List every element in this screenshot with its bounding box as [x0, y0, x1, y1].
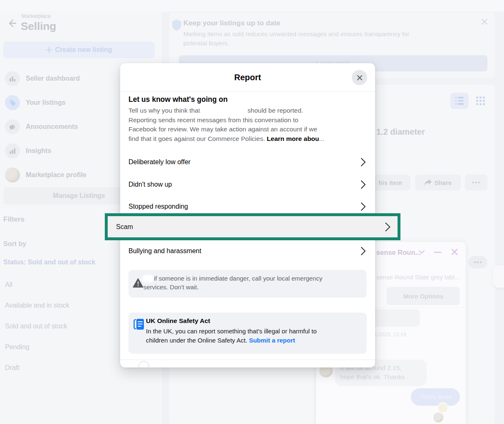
status-option-available[interactable]: Available and in stock: [5, 302, 69, 309]
chevron-right-icon: [385, 222, 391, 232]
thumbs-up-reaction: [437, 402, 448, 413]
report-option-label: Stopped responding: [128, 203, 188, 210]
report-option-stopped-responding[interactable]: Stopped responding: [128, 201, 368, 212]
list-view-icon: [455, 97, 464, 105]
page-top-strip: [0, 0, 504, 12]
megaphone-icon: [9, 124, 16, 130]
modal-heading: Let us know what's going on: [128, 95, 227, 104]
more-dots-icon: [472, 182, 480, 183]
sidebar-item-label: Insights: [26, 147, 51, 155]
description-line: Tell us why you think thatshould be repo…: [128, 106, 369, 116]
plus-icon: [46, 47, 52, 53]
document-icon: [133, 318, 145, 330]
more-options-button[interactable]: More Options: [387, 287, 460, 305]
modal-footer-divider: [120, 360, 375, 360]
report-option-didnt-show-up[interactable]: Didn't show up: [128, 179, 368, 190]
chart-icon: [9, 75, 16, 82]
warning-line: services. Don't wait.: [143, 283, 322, 291]
banner-close-icon[interactable]: [481, 18, 488, 25]
redacted-text: [143, 276, 153, 281]
shield-icon: [172, 20, 181, 31]
listing-more-button[interactable]: [465, 175, 487, 190]
grid-view-toggle[interactable]: [471, 93, 489, 109]
chevron-right-icon: [361, 180, 366, 189]
highlight-box-scam-option[interactable]: Scam: [105, 213, 400, 240]
hidden-row-icon: [138, 361, 149, 367]
more-dots-icon: [474, 261, 482, 263]
learn-more-link[interactable]: Learn more abou: [267, 135, 319, 142]
chevron-right-icon: [361, 158, 366, 167]
sidebar-item-label: Your listings: [26, 99, 66, 106]
uk-safety-text: children under the Online Safety Act. Su…: [146, 336, 295, 345]
sidebar-item-label: Marketplace profile: [26, 171, 86, 179]
minimize-icon[interactable]: [434, 251, 442, 253]
peek-card: [493, 265, 504, 288]
report-option-label: Deliberately low offer: [128, 158, 190, 166]
uk-online-safety-box: UK Online Safety Act In the UK, you can …: [128, 313, 367, 354]
outgoing-message-text: That's fines: [419, 393, 452, 401]
status-option-sold[interactable]: Sold and out of stock: [5, 323, 67, 330]
status-option-all[interactable]: All: [5, 281, 12, 288]
tag-icon: [9, 99, 16, 106]
uk-safety-text: In the UK, you can report something that…: [146, 327, 317, 336]
insights-icon: [9, 148, 16, 154]
share-icon: [424, 179, 432, 186]
close-icon: [356, 74, 363, 81]
breadcrumb[interactable]: Marketplace: [22, 13, 51, 19]
share-button[interactable]: Share: [415, 175, 461, 190]
list-view-toggle[interactable]: [450, 93, 469, 109]
back-arrow-icon: [10, 20, 16, 27]
description-line: Reporting sends recent messages from thi…: [128, 116, 369, 125]
avatar: [5, 168, 20, 182]
banner-description: potential buyers.: [183, 39, 229, 47]
submit-report-link[interactable]: Submit a report: [249, 337, 295, 344]
warning-line: if someone is in immediate danger, call …: [143, 274, 322, 283]
status-option-draft[interactable]: Draft: [5, 364, 20, 372]
back-button[interactable]: [6, 17, 17, 29]
banner-title: Keep your listings up to date: [183, 19, 280, 27]
marketplace-selling-screen: Marketplace Selling Create new listing S…: [0, 0, 504, 424]
description-line: find that it goes against our Commerce P…: [128, 134, 369, 144]
danger-warning-notice: if someone is in immediate danger, call …: [128, 270, 367, 298]
chat-timestamp: 1/2023, 13:19: [374, 332, 406, 338]
listing-title-fragment: 1.2 diameter: [376, 127, 425, 137]
item-action-label: his Item: [378, 179, 402, 186]
status-filter-label[interactable]: Status: Sold and out of stock: [3, 259, 95, 266]
modal-close-button[interactable]: [352, 70, 367, 85]
description-line: Facebook for review. We may take action …: [128, 125, 369, 134]
modal-header: Report: [120, 63, 375, 92]
chat-close-icon[interactable]: [451, 248, 458, 256]
chat-title-fragment[interactable]: sense Roun...: [376, 249, 421, 256]
report-option-label: Bullying and harassment: [128, 247, 201, 255]
page-title: Selling: [21, 20, 56, 33]
create-new-listing-button[interactable]: Create new listing: [3, 42, 155, 58]
sidebar-item-label: Announcements: [26, 123, 78, 131]
sidebar-item-label: Seller dashboard: [26, 75, 80, 82]
sort-by-label[interactable]: Sort by: [3, 240, 26, 248]
chat-listing-title-fragment: sense Round Slate grey tabl...: [376, 274, 460, 281]
modal-title: Report: [120, 63, 375, 92]
uk-safety-title: UK Online Safety Act: [146, 317, 210, 325]
chevron-right-icon: [361, 202, 366, 211]
outgoing-message-bubble: That's fines: [411, 388, 460, 406]
incoming-message-line: hope that's ok. Thanks: [340, 372, 405, 382]
share-label: Share: [435, 179, 452, 186]
report-option-label: Didn't show up: [128, 181, 172, 188]
report-option-label: Scam: [116, 223, 133, 231]
redacted-text: [202, 107, 247, 114]
warning-text: if someone is in immediate danger, call …: [143, 274, 322, 291]
report-option-bullying[interactable]: Bullying and harassment: [128, 245, 368, 257]
status-option-pending[interactable]: Pending: [5, 343, 30, 351]
warning-triangle-icon: [133, 278, 143, 288]
banner-description: Marking items as sold reduces unwanted m…: [183, 30, 410, 37]
chat-more-button[interactable]: [468, 256, 487, 269]
filters-heading: Filters: [3, 215, 25, 224]
avatar: [433, 412, 443, 422]
grid-view-icon: [476, 96, 485, 105]
create-new-listing-label: Create new listing: [55, 46, 112, 54]
modal-description: Tell us why you think thatshould be repo…: [128, 106, 369, 143]
report-option-low-offer[interactable]: Deliberately low offer: [128, 156, 368, 168]
chevron-right-icon: [361, 247, 366, 256]
chevron-down-icon[interactable]: [418, 249, 425, 254]
